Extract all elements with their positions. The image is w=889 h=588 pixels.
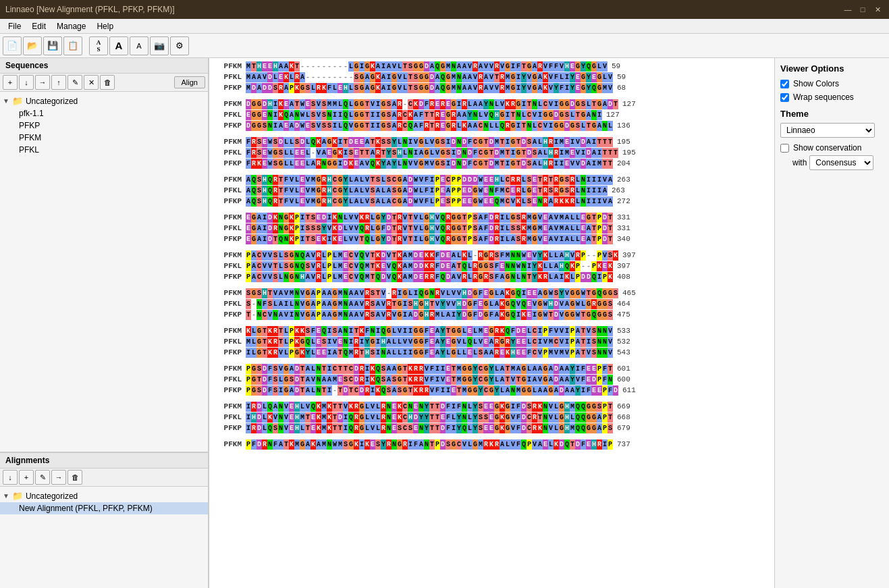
aa-char: I: [591, 159, 597, 169]
font-smaller-button[interactable]: A: [130, 36, 149, 55]
aa-char: S: [478, 412, 483, 423]
seq-row-num: 68: [617, 84, 626, 92]
aa-char: I: [500, 213, 505, 223]
aa-char: R: [554, 196, 559, 207]
aa-char: N: [597, 326, 602, 336]
aa-char: L: [527, 337, 532, 347]
aa-char: K: [332, 137, 338, 147]
aln-export-button[interactable]: →: [51, 470, 66, 485]
aa-char: Q: [375, 272, 381, 282]
screenshot-button[interactable]: 📷: [150, 36, 169, 55]
aln-add-button[interactable]: +: [19, 470, 34, 485]
aa-char: A: [489, 348, 494, 358]
aa-char: Q: [267, 175, 273, 185]
aa-char: I: [516, 121, 521, 131]
aa-char: L: [408, 288, 413, 298]
aa-char: T: [516, 137, 521, 147]
minimize-button[interactable]: —: [842, 3, 854, 16]
aa-char: Y: [343, 196, 348, 207]
aa-char: H: [294, 412, 300, 423]
aa-char: T: [262, 326, 267, 336]
aa-char: T: [365, 121, 370, 131]
seq-chars: KLGTKRTLPKKSFEQISANITKFNIQGLVIIGGFEAYTGG…: [246, 326, 613, 336]
consensus-select[interactable]: Consensus BLOSUM62: [809, 155, 873, 170]
aa-char: Y: [483, 99, 489, 109]
copy-button[interactable]: 📋: [63, 36, 82, 55]
close-button[interactable]: ✕: [871, 3, 884, 16]
alignment-item-new[interactable]: New Alignment (PFKL, PFKP, PFKM): [0, 502, 208, 514]
seq-row: PFKLIHDLKVNVEHMTEKMKTDIQRGLVLRNEKCHDYYTT…: [212, 412, 772, 423]
show-colors-checkbox[interactable]: [780, 80, 789, 88]
wrap-sequences-label[interactable]: Wrap sequences: [793, 92, 854, 102]
align-button[interactable]: Align: [174, 76, 205, 88]
menu-manage[interactable]: Manage: [51, 20, 91, 32]
aa-char: A: [564, 234, 570, 244]
aa-char: K: [338, 148, 343, 158]
seq-item-pfkl[interactable]: PFKL: [0, 144, 208, 156]
sequence-area[interactable]: PFKMMTHEEHAAKT---------LGIGKAIAVLTSGGDAQ…: [209, 58, 774, 588]
aa-char: A: [564, 299, 570, 309]
seq-import-button[interactable]: ↓: [19, 75, 34, 90]
seq-move-up-button[interactable]: ↑: [51, 75, 66, 90]
seq-export-button[interactable]: →: [35, 75, 50, 90]
aa-char: P: [435, 175, 440, 185]
aa-char: D: [267, 72, 273, 82]
show-colors-label[interactable]: Show Colors: [793, 79, 839, 88]
aa-char: K: [327, 402, 332, 412]
seq-remove-button[interactable]: ✕: [84, 75, 99, 90]
seq-row: PFKMMTHEEHAAKT---------LGIGKAIAVLTSGGDAQ…: [212, 61, 772, 72]
seq-edit-button[interactable]: ✎: [68, 75, 82, 90]
aa-char: K: [284, 72, 289, 82]
aa-char: V: [305, 175, 311, 185]
aln-import-button[interactable]: ↓: [3, 470, 18, 485]
save-button[interactable]: 💾: [43, 36, 62, 55]
menu-help[interactable]: Help: [91, 20, 119, 32]
font-size-button[interactable]: AS: [89, 36, 108, 55]
aa-char: S: [343, 375, 348, 385]
wrap-sequences-checkbox[interactable]: [780, 93, 789, 102]
aa-char: T: [408, 213, 413, 223]
seq-item-pfkp[interactable]: PFKP: [0, 119, 208, 132]
maximize-button[interactable]: □: [857, 3, 869, 16]
show-conservation-label[interactable]: Show conservation: [793, 143, 861, 153]
aa-char: T: [300, 364, 305, 374]
aa-char: G: [554, 121, 559, 131]
aa-char: Y: [532, 272, 537, 282]
aa-char: R: [543, 272, 548, 282]
aln-delete-button[interactable]: 🗑: [68, 470, 82, 485]
aa-char: V: [392, 61, 397, 72]
menu-edit[interactable]: Edit: [26, 20, 51, 32]
seq-item-pfkm[interactable]: PFKM: [0, 132, 208, 144]
aa-char: D: [602, 213, 608, 223]
seq-add-button[interactable]: +: [3, 75, 18, 90]
aln-uncategorized-header[interactable]: ▼ 📁 Uncategorized: [0, 489, 208, 502]
aa-char: L: [548, 439, 554, 450]
aa-char: S: [591, 348, 597, 358]
aa-char: G: [575, 288, 581, 298]
seq-delete-button[interactable]: 🗑: [100, 75, 115, 90]
aa-char: L: [494, 121, 500, 131]
aa-char: E: [289, 423, 294, 433]
open-button[interactable]: 📂: [23, 36, 42, 55]
aa-char: A: [532, 159, 537, 169]
aa-char: K: [359, 326, 365, 336]
seq-item-pfk11[interactable]: pfk-1.1: [0, 107, 208, 119]
aa-char: I: [564, 72, 570, 82]
aa-char: E: [483, 288, 489, 298]
aa-char: L: [289, 159, 294, 169]
aa-char: R: [543, 186, 548, 196]
aa-char: V: [386, 261, 392, 271]
settings-button[interactable]: ⚙: [170, 36, 189, 55]
seq-chars: PACVVTLSGNQSVRLPLMECVQMTKEVQKAMDDKRFDEAT…: [246, 261, 613, 271]
aa-char: C: [478, 148, 483, 158]
aa-char: S: [370, 288, 375, 298]
aa-char: L: [451, 412, 456, 423]
font-larger-button[interactable]: A: [109, 36, 128, 55]
aln-edit-button[interactable]: ✎: [35, 470, 50, 485]
show-conservation-checkbox[interactable]: [780, 144, 789, 153]
new-button[interactable]: 📄: [3, 36, 22, 55]
aa-char: P: [467, 213, 473, 223]
menu-file[interactable]: File: [3, 20, 26, 32]
seq-uncategorized-header[interactable]: ▼ 📁 Uncategorized: [0, 95, 208, 107]
theme-select[interactable]: Linnaeo ClustalX Zappo Taylor Hydrophobi…: [780, 123, 875, 138]
